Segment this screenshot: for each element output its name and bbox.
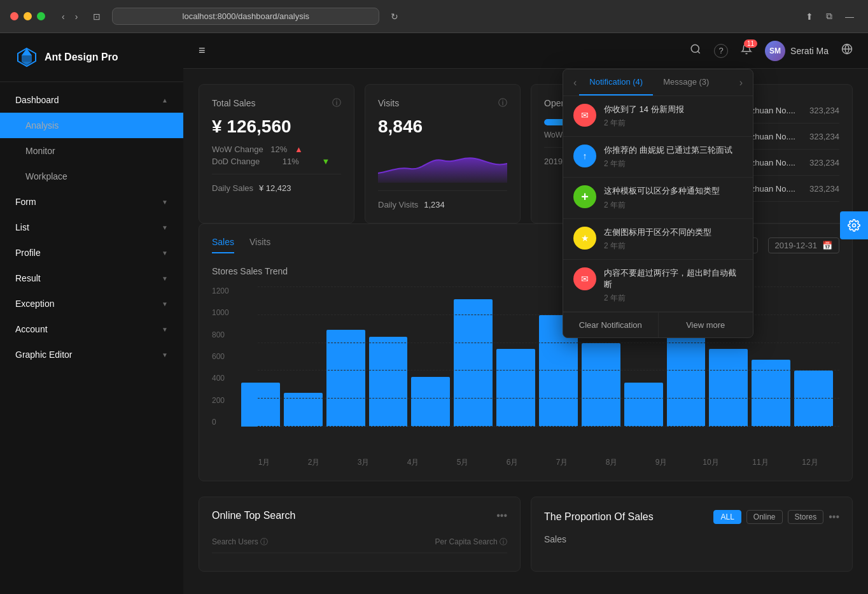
rank-4-value: 323,234 [809,106,839,115]
bar-11[interactable] [709,349,748,427]
bar-1[interactable] [284,393,323,427]
sidebar-item-monitor[interactable]: Monitor [0,138,183,164]
bar-10[interactable] [667,336,706,427]
online-search-card: Online Top Search ••• Search Users ⓘ Per… [199,497,521,572]
globe-icon[interactable] [841,43,853,58]
sidebar-item-profile[interactable]: Profile ▼ [0,240,183,265]
notif-content-5: 内容不要超过两行字，超出时自动截断 2 年前 [604,267,743,304]
bar-6[interactable] [496,349,535,427]
tab-visits[interactable]: Visits [249,237,270,253]
x-label-1: 2月 [291,457,337,468]
notif-avatar-2: ↑ [573,145,596,167]
total-sales-info-icon[interactable]: ⓘ [332,97,341,109]
x-label-5: 6月 [489,457,535,468]
tab-sales[interactable]: Sales [212,237,234,253]
main-content: ≡ ? 11 SM Serati Ma [183,33,868,594]
bar-8[interactable] [582,343,620,427]
tab-message[interactable]: Message (3) [653,69,719,95]
sales-proportion-title: The Proportion Of Sales [544,511,654,523]
x-label-11: 12月 [787,457,833,468]
sidebar-item-analysis[interactable]: Analysis [0,113,183,138]
sales-filter-group: ALL Online Stores ••• [713,510,839,524]
username: Serati Ma [790,46,829,56]
svg-point-6 [853,224,856,227]
menu-toggle-icon[interactable]: ≡ [199,44,206,57]
wow-change: WoW Change 12% ▲ [212,145,303,154]
sidebar-item-account[interactable]: Account ▼ [0,316,183,342]
date-range-picker[interactable]: 2019-12-31 📅 [768,237,840,253]
visits-card: Visits ⓘ 8,846 [365,84,521,223]
question-icon[interactable]: ? [714,44,728,58]
notif-next-icon[interactable]: › [739,77,743,88]
share-btn[interactable]: ⬆ [802,10,817,23]
online-search-header: Online Top Search ••• [212,510,507,521]
filter-online-btn[interactable]: Online [746,510,783,524]
x-label-0: 1月 [241,457,287,468]
analysis-label: Analysis [25,120,59,131]
notif-item-5[interactable]: ✉ 内容不要超过两行字，超出时自动截断 2 年前 [563,260,753,312]
notif-item-3[interactable]: + 这种模板可以区分多种通知类型 2 年前 [563,178,753,218]
notif-avatar-4: ★ [573,227,596,250]
bar-4[interactable] [411,377,450,427]
split-btn[interactable]: ⧉ [822,10,836,23]
notif-prev-icon[interactable]: ‹ [573,77,577,88]
notif-content-3: 这种模板可以区分多种通知类型 2 年前 [604,185,743,210]
bar-2[interactable] [326,330,365,427]
chevron-down-icon-exception: ▼ [162,301,168,308]
sidebar-item-list[interactable]: List ▼ [0,215,183,240]
notif-text-3: 这种模板可以区分多种通知类型 [604,185,743,197]
close-button[interactable] [10,12,18,20]
more-icon-sales[interactable]: ••• [829,511,839,523]
forward-button[interactable]: › [71,10,82,23]
x-label-9: 10月 [688,457,734,468]
sidebar-btn[interactable]: — [841,10,858,23]
sidebar-item-dashboard[interactable]: Dashboard ▲ [0,87,183,113]
sidebar-item-graphic-editor[interactable]: Graphic Editor ▼ [0,342,183,367]
notif-item-4[interactable]: ★ 左侧图标用于区分不同的类型 2 年前 [563,219,753,260]
traffic-lights [10,12,45,20]
notif-time-1: 2 年前 [604,118,743,129]
search-icon[interactable] [690,43,701,58]
logo-icon [15,46,38,69]
window-action-btn[interactable]: ⊡ [89,10,104,23]
bar-3[interactable] [369,337,408,427]
sidebar-item-exception[interactable]: Exception ▼ [0,291,183,316]
maximize-button[interactable] [37,12,45,20]
clear-notification-btn[interactable]: Clear Notification [563,313,659,337]
notif-item-1[interactable]: ✉ 你收到了 14 份新周报 2 年前 [563,96,753,137]
bar-0[interactable] [241,383,280,427]
user-info[interactable]: SM Serati Ma [765,41,829,61]
notification-bell-icon[interactable]: 11 [741,43,752,58]
bar-5[interactable] [454,299,493,427]
dod-change: DoD Change 11% ▼ [212,157,341,166]
notif-avatar-5: ✉ [573,267,596,290]
back-button[interactable]: ‹ [58,10,69,23]
filter-stores-btn[interactable]: Stores [788,510,824,524]
notif-avatar-1: ✉ [573,104,596,127]
settings-gear-btn[interactable] [840,211,868,239]
x-label-10: 11月 [738,457,783,468]
notification-badge: 11 [744,39,757,48]
bottom-row: Online Top Search ••• Search Users ⓘ Per… [199,497,853,572]
logo-text: Ant Design Pro [45,52,118,63]
filter-all-btn[interactable]: ALL [713,510,741,524]
sidebar-item-workplace[interactable]: Workplace [0,164,183,189]
view-more-btn[interactable]: View more [659,313,753,337]
bar-12[interactable] [752,360,790,427]
x-label-2: 3月 [340,457,386,468]
minimize-button[interactable] [24,12,32,20]
bar-9[interactable] [624,383,663,427]
refresh-btn[interactable]: ↻ [387,10,402,23]
more-icon-search[interactable]: ••• [496,510,507,521]
sidebar-logo: Ant Design Pro [0,33,183,82]
url-bar[interactable]: localhost:8000/dashboard/analysis [112,8,379,25]
visits-info-icon[interactable]: ⓘ [498,97,507,109]
bar-13[interactable] [794,371,833,427]
x-label-8: 9月 [638,457,684,468]
x-label-3: 4月 [390,457,436,468]
sidebar-item-result[interactable]: Result ▼ [0,265,183,291]
topbar-left: ≡ [199,44,206,57]
tab-notification[interactable]: Notification (4) [579,69,653,95]
sidebar-item-form[interactable]: Form ▼ [0,189,183,215]
notif-item-2[interactable]: ↑ 你推荐的 曲妮妮 已通过第三轮面试 2 年前 [563,137,753,178]
